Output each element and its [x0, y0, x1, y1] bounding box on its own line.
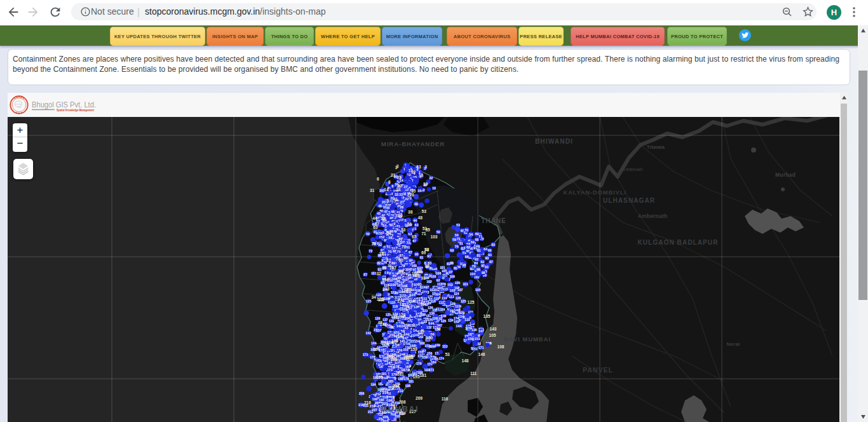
- svg-text:151: 151: [472, 347, 478, 351]
- svg-text:28: 28: [396, 187, 401, 192]
- svg-text:174: 174: [438, 357, 444, 360]
- svg-text:106: 106: [449, 275, 455, 278]
- svg-text:75: 75: [397, 250, 401, 254]
- svg-text:3: 3: [397, 164, 399, 168]
- svg-text:91: 91: [488, 253, 492, 257]
- svg-text:155: 155: [417, 350, 423, 354]
- svg-text:111: 111: [470, 371, 477, 376]
- svg-text:79: 79: [472, 264, 476, 268]
- svg-text:71: 71: [457, 237, 461, 241]
- svg-text:91: 91: [485, 265, 489, 269]
- svg-text:113: 113: [422, 297, 427, 301]
- svg-text:150: 150: [468, 337, 473, 341]
- svg-text:64: 64: [484, 247, 487, 251]
- svg-text:3: 3: [424, 165, 427, 169]
- svg-text:MUMBAI: MUMBAI: [381, 405, 419, 414]
- svg-text:92: 92: [437, 278, 440, 282]
- svg-text:146: 146: [478, 352, 485, 357]
- svg-text:87: 87: [489, 260, 493, 264]
- svg-text:178: 178: [416, 362, 422, 365]
- svg-text:65: 65: [412, 235, 417, 239]
- svg-text:172: 172: [403, 368, 409, 372]
- svg-text:199: 199: [376, 375, 383, 379]
- svg-text:BHIWANDI: BHIWANDI: [535, 138, 573, 145]
- svg-text:132: 132: [390, 301, 396, 304]
- svg-text:96: 96: [477, 268, 480, 271]
- svg-text:28: 28: [409, 193, 414, 197]
- svg-text:57: 57: [375, 222, 380, 226]
- svg-text:91: 91: [427, 254, 431, 258]
- svg-text:100: 100: [411, 264, 417, 268]
- svg-text:90: 90: [415, 252, 419, 256]
- svg-text:112: 112: [438, 301, 444, 304]
- svg-text:45: 45: [381, 217, 386, 221]
- svg-text:157: 157: [417, 330, 424, 334]
- svg-text:144: 144: [456, 324, 461, 328]
- svg-text:16: 16: [417, 189, 421, 193]
- svg-text:152: 152: [403, 348, 409, 351]
- svg-text:216: 216: [364, 400, 371, 405]
- svg-text:140: 140: [418, 321, 424, 325]
- svg-text:132: 132: [426, 325, 432, 329]
- svg-text:82: 82: [377, 261, 381, 265]
- svg-text:Bhugol GIS Pvt. Ltd.: Bhugol GIS Pvt. Ltd.: [32, 100, 96, 109]
- svg-text:128: 128: [455, 296, 461, 300]
- svg-text:179: 179: [391, 372, 397, 376]
- svg-text:Ambivali: Ambivali: [622, 167, 643, 172]
- svg-text:74: 74: [455, 245, 459, 248]
- svg-text:80: 80: [454, 266, 458, 270]
- svg-text:10: 10: [432, 186, 436, 190]
- svg-text:53: 53: [401, 228, 406, 232]
- svg-text:66: 66: [488, 248, 492, 252]
- svg-text:124: 124: [410, 293, 416, 297]
- svg-text:106: 106: [382, 278, 389, 282]
- svg-text:48: 48: [391, 210, 395, 214]
- svg-text:52: 52: [436, 327, 441, 331]
- svg-text:88: 88: [450, 261, 454, 265]
- svg-text:122: 122: [390, 290, 396, 294]
- svg-text:178: 178: [407, 355, 414, 360]
- svg-text:81: 81: [459, 242, 463, 245]
- svg-text:104: 104: [405, 268, 410, 271]
- svg-text:76: 76: [371, 242, 376, 246]
- svg-text:181: 181: [397, 372, 404, 376]
- svg-text:147: 147: [398, 334, 405, 338]
- svg-text:164: 164: [373, 347, 380, 351]
- svg-text:61: 61: [397, 240, 402, 245]
- svg-text:Ambernath: Ambernath: [638, 213, 668, 219]
- svg-text:138: 138: [391, 314, 398, 318]
- svg-text:81: 81: [477, 248, 481, 252]
- svg-text:13: 13: [416, 165, 421, 169]
- svg-text:108: 108: [431, 275, 437, 278]
- svg-text:142: 142: [365, 331, 371, 335]
- svg-text:55: 55: [425, 228, 430, 232]
- svg-text:Titwala: Titwala: [647, 144, 665, 150]
- svg-text:68: 68: [475, 238, 478, 242]
- svg-text:PANVEL: PANVEL: [583, 366, 613, 374]
- svg-text:52: 52: [381, 235, 384, 239]
- svg-text:8: 8: [388, 180, 391, 184]
- svg-text:103: 103: [450, 289, 456, 292]
- svg-text:91: 91: [419, 255, 423, 259]
- svg-text:125: 125: [366, 299, 372, 303]
- svg-text:32: 32: [395, 193, 398, 196]
- svg-text:1: 1: [403, 167, 405, 171]
- svg-text:71: 71: [478, 235, 482, 238]
- svg-text:KULGAON BADLAPUR: KULGAON BADLAPUR: [637, 239, 718, 246]
- svg-text:77: 77: [379, 252, 384, 256]
- svg-text:169: 169: [419, 341, 425, 345]
- svg-text:ULHASNAGAR: ULHASNAGAR: [603, 197, 655, 204]
- svg-text:148: 148: [462, 358, 469, 363]
- svg-text:50: 50: [366, 232, 370, 236]
- svg-text:44: 44: [420, 301, 425, 306]
- svg-text:114: 114: [442, 296, 447, 300]
- svg-text:126: 126: [377, 297, 384, 301]
- svg-text:97: 97: [405, 278, 409, 282]
- svg-text:105: 105: [475, 288, 481, 292]
- svg-text:40: 40: [414, 202, 418, 206]
- svg-text:89: 89: [424, 264, 430, 268]
- svg-text:48: 48: [378, 204, 382, 208]
- svg-text:83: 83: [424, 247, 430, 252]
- svg-text:168: 168: [386, 354, 393, 358]
- svg-text:128: 128: [432, 316, 438, 320]
